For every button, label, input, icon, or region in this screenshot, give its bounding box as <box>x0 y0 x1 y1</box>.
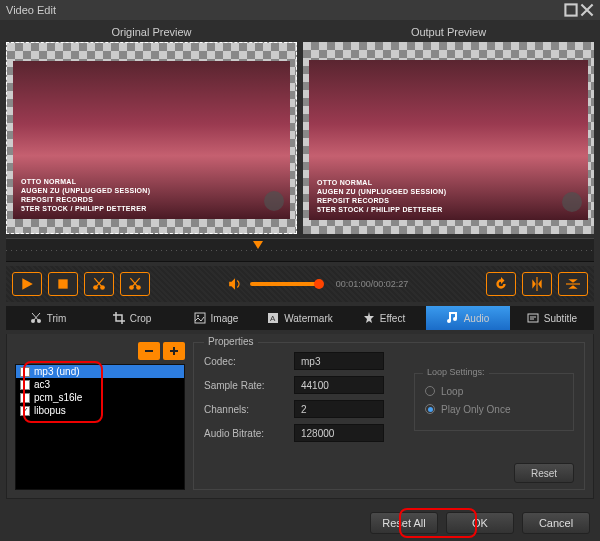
edit-tabs: Trim Crop Image AWatermark Effect Audio … <box>6 306 594 330</box>
tab-effect[interactable]: Effect <box>342 306 426 330</box>
volume-slider[interactable] <box>250 282 320 286</box>
cut-start-button[interactable] <box>84 272 114 296</box>
original-preview: OTTO NORMAL AUGEN ZU (UNPLUGGED SESSION)… <box>6 42 297 234</box>
maximize-button[interactable] <box>564 4 578 16</box>
tab-watermark[interactable]: AWatermark <box>258 306 342 330</box>
audio-panel: mp3 (und) ac3 pcm_s16le ✓libopus Propert… <box>6 334 594 499</box>
codec-label: Codec: <box>204 356 284 367</box>
svg-rect-1 <box>58 279 67 288</box>
timeline[interactable] <box>6 238 594 262</box>
loop-option-loop[interactable]: Loop <box>425 382 563 400</box>
volume-icon[interactable] <box>228 277 242 291</box>
add-audio-button[interactable] <box>163 342 185 360</box>
output-preview: OTTO NORMAL AUGEN ZU (UNPLUGGED SESSION)… <box>303 42 594 234</box>
channels-label: Channels: <box>204 404 284 415</box>
remove-audio-button[interactable] <box>138 342 160 360</box>
playhead-marker-icon[interactable] <box>253 241 263 249</box>
rotate-left-button[interactable] <box>486 272 516 296</box>
close-button[interactable] <box>580 4 594 16</box>
annotation-highlight <box>23 361 103 423</box>
svg-rect-13 <box>145 350 153 352</box>
transport-controls: 00:01:00/00:02:27 <box>6 266 594 302</box>
tab-trim[interactable]: Trim <box>6 306 90 330</box>
channels-value[interactable]: 2 <box>294 400 384 418</box>
stop-button[interactable] <box>48 272 78 296</box>
annotation-highlight <box>399 508 477 538</box>
video-edit-window: Video Edit Original Preview OTTO NORMAL … <box>0 0 600 541</box>
loop-title: Loop Settings: <box>423 367 489 377</box>
svg-point-9 <box>197 315 199 317</box>
svg-rect-15 <box>170 350 178 352</box>
timecode: 00:01:00/00:02:27 <box>336 279 409 289</box>
dialog-footer: Reset All OK Cancel <box>0 505 600 541</box>
original-preview-label: Original Preview <box>6 26 297 42</box>
preview-handle-icon[interactable] <box>264 191 284 211</box>
properties-panel: Properties Codec:mp3 Sample Rate:44100 C… <box>193 342 585 490</box>
tab-audio[interactable]: Audio <box>426 306 510 330</box>
loop-option-once[interactable]: Play Only Once <box>425 400 563 418</box>
cut-end-button[interactable] <box>120 272 150 296</box>
loop-settings: Loop Settings: Loop Play Only Once <box>414 373 574 431</box>
video-overlay-text: OTTO NORMAL AUGEN ZU (UNPLUGGED SESSION)… <box>21 177 150 213</box>
play-button[interactable] <box>12 272 42 296</box>
flip-vertical-button[interactable] <box>522 272 552 296</box>
video-overlay-text: OTTO NORMAL AUGEN ZU (UNPLUGGED SESSION)… <box>317 178 446 214</box>
tab-image[interactable]: Image <box>174 306 258 330</box>
samplerate-value[interactable]: 44100 <box>294 376 384 394</box>
tab-subtitle[interactable]: Subtitle <box>510 306 594 330</box>
bitrate-value[interactable]: 128000 <box>294 424 384 442</box>
svg-rect-0 <box>565 4 576 15</box>
svg-rect-12 <box>528 314 538 322</box>
properties-title: Properties <box>204 336 258 347</box>
titlebar: Video Edit <box>0 0 600 20</box>
reset-button[interactable]: Reset <box>514 463 574 483</box>
samplerate-label: Sample Rate: <box>204 380 284 391</box>
bitrate-label: Audio Bitrate: <box>204 428 284 439</box>
window-title: Video Edit <box>6 4 56 16</box>
output-preview-label: Output Preview <box>303 26 594 42</box>
codec-value[interactable]: mp3 <box>294 352 384 370</box>
svg-text:A: A <box>270 314 276 323</box>
preview-handle-icon[interactable] <box>562 192 582 212</box>
tab-crop[interactable]: Crop <box>90 306 174 330</box>
cancel-button[interactable]: Cancel <box>522 512 590 534</box>
flip-horizontal-button[interactable] <box>558 272 588 296</box>
